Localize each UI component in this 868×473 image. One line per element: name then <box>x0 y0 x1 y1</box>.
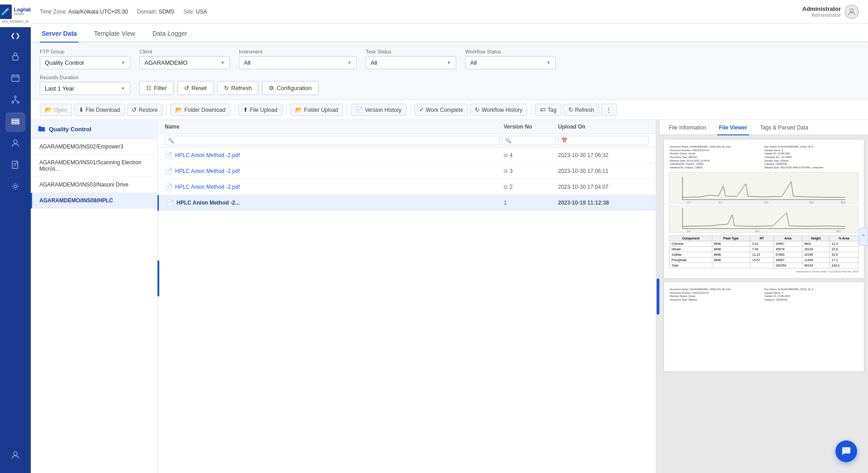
date-cell-2: 2023-10-30 17:04:07 <box>558 184 649 190</box>
search-icon-v: 🔍 <box>505 138 511 143</box>
pdf-icon-0: 📄 <box>165 152 172 159</box>
file-name-1[interactable]: 📄 HPLC Anion Method -2.pdf <box>165 167 504 175</box>
reset-button[interactable]: ↺ Reset <box>177 81 214 95</box>
tree-item-ins03-label: AGARAMDEMO/INS03/Nasuni Drive <box>39 182 129 188</box>
copy-icon-2: ⧉ <box>504 184 508 190</box>
open-button[interactable]: 📂 Open <box>40 104 72 116</box>
calendar-icon <box>11 74 19 84</box>
file-download-button[interactable]: ⬇ File Download <box>74 104 125 116</box>
configuration-button[interactable]: ⚙ Configuration <box>262 81 318 95</box>
toolbar-refresh-button[interactable]: ↻ Refresh <box>563 104 599 116</box>
task-status-label: Task Status <box>366 49 456 54</box>
client-select[interactable]: AGARAMDEMO ▼ <box>139 56 230 69</box>
version-filter-input[interactable]: 🔍 <box>502 136 556 145</box>
folder-upload-button[interactable]: 📂 Folder Upload <box>290 104 343 116</box>
logo-icon: 🧪 <box>0 5 12 19</box>
svg-point-19 <box>14 185 17 188</box>
sidebar-toggle-btn[interactable]: ❮❯ <box>0 27 31 43</box>
sidebar-item-settings[interactable] <box>5 177 25 197</box>
filter-group-instrument: Instrument All ▼ <box>239 49 357 69</box>
file-row-2[interactable]: 📄 HPLC Anion Method -2.pdf ⧉ 2 2023-10-3… <box>157 179 656 195</box>
settings-icon <box>11 182 19 193</box>
right-tab-file-viewer[interactable]: File Viewer <box>717 120 749 135</box>
file-download-icon: ⬇ <box>79 106 84 113</box>
version-cell-2: ⧉ 2 <box>504 184 558 190</box>
version-cell-3: 1 <box>504 200 558 206</box>
filter-row-2: Records Duration Last 1 Year ▼ ☷ Filter … <box>40 75 859 95</box>
workflow-history-button[interactable]: ↻ Workflow History <box>470 104 527 116</box>
sidebar-item-user-bottom[interactable] <box>5 446 25 466</box>
tree-item-ins08[interactable]: AGARAMDEMO/INS08/HPLC <box>31 193 157 209</box>
file-name-2[interactable]: 📄 HPLC Anion Method -2.pdf <box>165 183 504 191</box>
site-value: USA <box>196 9 207 15</box>
file-row-1[interactable]: 📄 HPLC Anion Method -2.pdf ⧉ 3 2023-10-3… <box>157 163 656 179</box>
task-status-select[interactable]: All ▼ <box>366 56 456 69</box>
tree-item-ins03[interactable]: AGARAMDEMO/INS03/Nasuni Drive <box>31 177 157 193</box>
lock-icon <box>11 52 19 63</box>
middle-scroll-thumb <box>657 278 659 315</box>
workflow-status-select[interactable]: All ▼ <box>465 56 556 69</box>
user-avatar[interactable] <box>844 5 859 19</box>
user-bottom-icon <box>11 451 19 461</box>
topbar-user[interactable]: Administrator Administrator <box>802 5 859 19</box>
copy-icon-0: ⧉ <box>504 152 508 158</box>
timezone-value: Asia/Kolkata UTC+05:30 <box>68 9 128 15</box>
toolbar-divider-6 <box>531 105 531 115</box>
work-complete-button[interactable]: ✓ Work Complete <box>414 104 468 116</box>
file-row-3[interactable]: 📄 HPLC Anion Method -2... 1 2023-10-19 1… <box>157 195 656 211</box>
right-tab-file-info[interactable]: File Information <box>667 120 708 135</box>
tab-data-logger[interactable]: Data Logger <box>151 24 189 43</box>
instrument-select[interactable]: All ▼ <box>239 56 357 69</box>
middle-scroll-bar[interactable] <box>656 120 660 473</box>
date-filter-input[interactable]: 📅 <box>558 136 649 145</box>
filter-button[interactable]: ☷ Filter <box>139 81 174 95</box>
calendar-filter-icon: 📅 <box>561 138 568 143</box>
task-status-value: All <box>371 59 377 66</box>
more-options-icon: ⋮ <box>606 106 612 113</box>
right-tab-tags[interactable]: Tags & Parsed Data <box>758 120 810 135</box>
records-duration-select[interactable]: Last 1 Year ▼ <box>40 82 130 95</box>
tab-template-view[interactable]: Template View <box>92 24 137 43</box>
topbar-info: Time Zone: Asia/Kolkata UTC+05:30 Domain… <box>40 9 797 15</box>
file-name-3[interactable]: 📄 HPLC Anion Method -2... <box>166 199 504 206</box>
refresh-button[interactable]: ↻ Refresh <box>217 81 259 95</box>
chart-1: 0.0 5.0 10.0 15.0 20.0 <box>669 172 858 204</box>
tree-item-ins01[interactable]: AGARAMDEMO/INS01/Scanning Electron Micro… <box>31 155 157 177</box>
filter-row-1: FTP Group Quality Control ▼ Client AGARA… <box>40 49 859 69</box>
copy-icon-1: ⧉ <box>504 168 508 174</box>
col-upload-on: Upload On <box>558 124 649 130</box>
folder-download-button[interactable]: 📂 Folder Download <box>170 104 230 116</box>
instrument-value: All <box>244 59 250 66</box>
filter-actions: ☷ Filter ↺ Reset ↻ Refresh ⚙ Configurati… <box>139 81 319 95</box>
sidebar-item-hierarchy[interactable] <box>5 91 25 110</box>
chat-button[interactable] <box>835 440 857 462</box>
more-options-button[interactable]: ⋮ <box>601 104 617 116</box>
ftp-group-select[interactable]: Quality Control ▼ <box>40 56 130 69</box>
sidebar-item-document[interactable] <box>5 156 25 176</box>
instrument-label: Instrument <box>239 49 357 54</box>
tag-button[interactable]: 🏷 Tag <box>535 104 561 116</box>
svg-rect-12 <box>12 121 19 122</box>
name-filter-input[interactable]: 🔍 <box>165 136 500 145</box>
collapse-panel-btn[interactable]: ⌃ <box>859 228 868 246</box>
svg-point-6 <box>12 101 14 103</box>
version-cell-0: ⧉ 4 <box>504 152 558 158</box>
sidebar-item-lock[interactable] <box>5 47 25 67</box>
date-cell-0: 2023-10-30 17:06:32 <box>558 152 649 158</box>
tree-item-ins02[interactable]: AGARAMDEMO/INS02/Empower3 <box>31 139 157 155</box>
file-upload-button[interactable]: ⬆ File Upload <box>238 104 282 116</box>
sidebar-item-layers[interactable] <box>5 112 25 132</box>
sidebar-item-user[interactable] <box>5 134 25 154</box>
filter-group-task-status: Task Status All ▼ <box>366 49 456 69</box>
col-version: Version No <box>504 124 558 130</box>
tab-server-data[interactable]: Server Data <box>40 24 79 43</box>
version-history-button[interactable]: 📄 Version History <box>351 104 406 116</box>
tree-panel: Quality Control AGARAMDEMO/INS02/Empower… <box>31 120 157 473</box>
restore-icon: ↺ <box>132 106 137 113</box>
sidebar-item-calendar[interactable] <box>5 69 25 89</box>
user-role: Administrator <box>802 12 841 18</box>
file-row-0[interactable]: 📄 HPLC Anion Method -2.pdf ⧉ 4 2023-10-3… <box>157 148 656 163</box>
pdf-icon-1: 📄 <box>165 167 172 175</box>
file-name-0[interactable]: 📄 HPLC Anion Method -2.pdf <box>165 152 504 159</box>
restore-button[interactable]: ↺ Restore <box>127 104 162 116</box>
